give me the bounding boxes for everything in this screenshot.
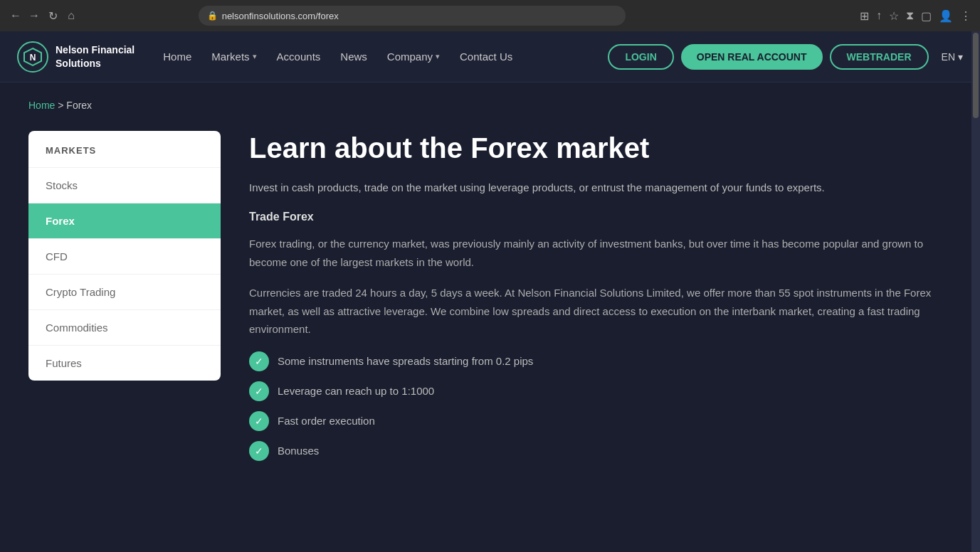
language-selector[interactable]: EN ▾ — [942, 51, 963, 63]
page-content: Home > Forex MARKETS Stocks Forex CFD Cr… — [0, 83, 980, 488]
back-button[interactable]: ← — [9, 9, 23, 23]
refresh-button[interactable]: ↻ — [46, 9, 60, 23]
nav-contact-us[interactable]: Contact Us — [460, 51, 512, 63]
company-dropdown-arrow: ▾ — [436, 52, 440, 61]
open-account-button[interactable]: OPEN REAL ACCOUNT — [681, 44, 823, 70]
nav-accounts[interactable]: Accounts — [277, 51, 321, 63]
page-heading: Learn about the Forex market — [249, 131, 952, 165]
check-icon-1: ✓ — [249, 351, 269, 371]
forward-button[interactable]: → — [27, 9, 41, 23]
checklist-item-2: ✓ Leverage can reach up to 1:1000 — [249, 381, 952, 401]
svg-text:N: N — [30, 53, 36, 63]
lang-dropdown-arrow: ▾ — [958, 51, 963, 63]
breadcrumb: Home > Forex — [28, 100, 952, 111]
sidebar-item-crypto[interactable]: Crypto Trading — [28, 274, 221, 309]
breadcrumb-current: Forex — [66, 100, 92, 111]
body-paragraph-1: Forex trading, or the currency market, w… — [249, 235, 952, 271]
breadcrumb-separator: > — [58, 100, 66, 111]
browser-chrome: ← → ↻ ⌂ 🔒 nelsonfinsolutions.com/forex ⊞… — [0, 0, 980, 31]
check-icon-3: ✓ — [249, 411, 269, 431]
url-text: nelsonfinsolutions.com/forex — [222, 11, 339, 21]
checklist-item-1: ✓ Some instruments have spreads starting… — [249, 351, 952, 371]
home-button[interactable]: ⌂ — [64, 9, 78, 23]
share-icon[interactable]: ↑ — [876, 9, 882, 22]
webtrader-button[interactable]: WEBTRADER — [830, 44, 929, 70]
sidebar-item-stocks[interactable]: Stocks — [28, 167, 221, 203]
bookmark-icon[interactable]: ☆ — [889, 9, 899, 23]
address-bar[interactable]: 🔒 nelsonfinsolutions.com/forex — [199, 6, 626, 26]
sidebar-item-forex[interactable]: Forex — [28, 203, 221, 238]
sidebar-title: MARKETS — [28, 131, 221, 167]
browser-actions: ⊞ ↑ ☆ ⧗ ▢ 👤 ⋮ — [860, 9, 971, 23]
breadcrumb-home[interactable]: Home — [28, 100, 55, 111]
logo-icon: N — [17, 41, 48, 73]
nav-news[interactable]: News — [340, 51, 367, 63]
extensions-icon[interactable]: ⧗ — [906, 9, 914, 22]
login-button[interactable]: LOGIN — [608, 44, 673, 70]
checklist-item-4: ✓ Bonuses — [249, 441, 952, 461]
scrollbar-thumb — [973, 33, 979, 118]
sidebar-item-commodities[interactable]: Commodities — [28, 309, 221, 345]
main-content: Learn about the Forex market Invest in c… — [249, 131, 952, 471]
browser-nav-buttons: ← → ↻ ⌂ — [9, 9, 78, 23]
body-paragraph-2: Currencies are traded 24 hours a day, 5 … — [249, 284, 952, 339]
checklist-item-3: ✓ Fast order execution — [249, 411, 952, 431]
nav-home[interactable]: Home — [163, 51, 191, 63]
check-icon-4: ✓ — [249, 441, 269, 461]
screenshot-icon[interactable]: ⊞ — [860, 9, 869, 23]
company-name: Nelson Financial Solutions — [56, 43, 135, 69]
scrollbar[interactable] — [971, 31, 980, 552]
check-icon-2: ✓ — [249, 381, 269, 401]
logo-area: N Nelson Financial Solutions — [17, 41, 135, 73]
main-nav: Home Markets ▾ Accounts News Company ▾ C… — [163, 51, 608, 63]
site-header: N Nelson Financial Solutions Home Market… — [0, 31, 980, 83]
markets-dropdown-arrow: ▾ — [253, 52, 257, 61]
nav-markets[interactable]: Markets ▾ — [211, 51, 256, 63]
header-buttons: LOGIN OPEN REAL ACCOUNT WEBTRADER EN ▾ — [608, 44, 963, 70]
window-icon[interactable]: ▢ — [921, 9, 932, 23]
profile-icon[interactable]: 👤 — [939, 9, 953, 23]
section-heading: Trade Forex — [249, 211, 952, 223]
logo-svg: N — [23, 47, 43, 67]
sidebar-item-cfd[interactable]: CFD — [28, 238, 221, 274]
content-layout: MARKETS Stocks Forex CFD Crypto Trading … — [28, 131, 952, 471]
nav-company[interactable]: Company ▾ — [387, 51, 440, 63]
menu-icon[interactable]: ⋮ — [960, 9, 971, 23]
feature-checklist: ✓ Some instruments have spreads starting… — [249, 351, 952, 461]
sidebar-item-futures[interactable]: Futures — [28, 345, 221, 381]
lock-icon: 🔒 — [207, 11, 218, 21]
markets-sidebar: MARKETS Stocks Forex CFD Crypto Trading … — [28, 131, 221, 381]
intro-text: Invest in cash products, trade on the ma… — [249, 179, 952, 196]
